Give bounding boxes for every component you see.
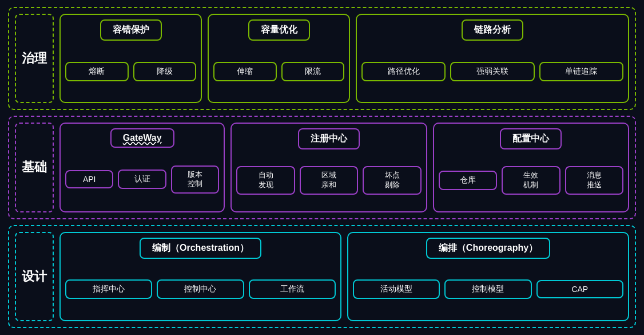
item-scale: 伸缩 (213, 62, 277, 81)
fault-tolerance-title: 容错保护 (100, 19, 162, 41)
item-auth: 认证 (118, 170, 166, 189)
group-config: 配置中心 仓库 生效机制 消息推送 (433, 123, 629, 212)
choreography-title: 编排（Choreography） (426, 238, 550, 259)
governance-content: 容错保护 熔断 降级 容量优化 伸缩 限流 链路 (59, 14, 629, 103)
orchestration-title: 编制（Orchestration） (140, 238, 261, 259)
main-container: 治理 容错保护 熔断 降级 容量优化 伸缩 限流 (0, 0, 644, 335)
item-fuse: 熔断 (65, 62, 129, 81)
config-title: 配置中心 (500, 128, 562, 149)
choreography-items: 活动模型 控制模型 CAP (353, 263, 623, 316)
foundation-label: 基础 (15, 123, 54, 212)
group-orchestration: 编制（Orchestration） 指挥中心 控制中心 工作流 (59, 232, 341, 321)
fault-tolerance-items: 熔断 降级 (65, 45, 196, 97)
row-foundation: 基础 GateWay API 认证 版本控制 注册中心 自动发现 (8, 116, 636, 219)
fault-tolerance-header: 容错保护 (65, 19, 196, 41)
orchestration-header: 编制（Orchestration） (65, 238, 336, 259)
row-design: 设计 编制（Orchestration） 指挥中心 控制中心 工作流 编排（Ch… (8, 225, 636, 328)
item-warehouse: 仓库 (439, 171, 497, 190)
choreography-header: 编排（Choreography） (353, 238, 623, 259)
item-control-model: 控制模型 (444, 279, 531, 299)
item-strong-weak: 强弱关联 (450, 62, 534, 81)
row-governance: 治理 容错保护 熔断 降级 容量优化 伸缩 限流 (8, 7, 636, 110)
item-bad-remove: 坏点剔除 (363, 166, 421, 195)
foundation-content: GateWay API 认证 版本控制 注册中心 自动发现 区域亲和 坏点剔除 (59, 123, 629, 212)
item-version: 版本控制 (171, 165, 219, 194)
group-chain: 链路分析 路径优化 强弱关联 单链追踪 (356, 14, 629, 103)
capacity-header: 容量优化 (213, 19, 344, 41)
config-header: 配置中心 (439, 128, 623, 149)
design-label: 设计 (15, 232, 54, 321)
chain-title: 链路分析 (462, 19, 523, 41)
item-path-opt: 路径优化 (361, 62, 446, 81)
item-activity-model: 活动模型 (353, 279, 440, 299)
chain-items: 路径优化 强弱关联 单链追踪 (361, 45, 623, 97)
capacity-title: 容量优化 (248, 19, 310, 41)
item-api: API (65, 170, 113, 188)
governance-label: 治理 (15, 14, 54, 103)
registry-header: 注册中心 (236, 128, 421, 149)
item-auto-discover: 自动发现 (236, 166, 295, 195)
item-command-center: 指挥中心 (65, 279, 152, 299)
item-zone-affinity: 区域亲和 (300, 166, 358, 195)
item-rate-limit: 限流 (281, 62, 345, 81)
item-msg-push: 消息推送 (565, 166, 623, 195)
item-single-chain: 单链追踪 (539, 62, 623, 81)
group-fault-tolerance: 容错保护 熔断 降级 (59, 14, 202, 103)
capacity-items: 伸缩 限流 (213, 45, 344, 97)
group-choreography: 编排（Choreography） 活动模型 控制模型 CAP (347, 232, 629, 321)
item-cap: CAP (536, 280, 623, 298)
group-registry: 注册中心 自动发现 区域亲和 坏点剔除 (230, 123, 427, 212)
item-effect: 生效机制 (502, 166, 560, 195)
gateway-items: API 认证 版本控制 (65, 152, 219, 206)
config-items: 仓库 生效机制 消息推送 (439, 154, 623, 206)
group-capacity: 容量优化 伸缩 限流 (208, 14, 350, 103)
item-control-center: 控制中心 (157, 279, 244, 299)
design-content: 编制（Orchestration） 指挥中心 控制中心 工作流 编排（Chore… (59, 232, 629, 321)
gateway-title: GateWay (110, 128, 174, 148)
item-degrade: 降级 (133, 62, 197, 81)
item-workflow: 工作流 (249, 279, 336, 299)
chain-header: 链路分析 (361, 19, 623, 41)
registry-title: 注册中心 (298, 128, 360, 149)
group-gateway: GateWay API 认证 版本控制 (59, 123, 225, 212)
registry-items: 自动发现 区域亲和 坏点剔除 (236, 154, 421, 206)
orchestration-items: 指挥中心 控制中心 工作流 (65, 263, 336, 316)
gateway-header: GateWay (65, 128, 219, 148)
